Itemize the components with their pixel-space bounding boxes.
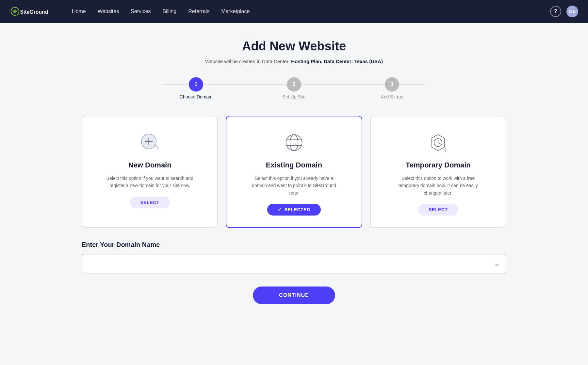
step-2-label: Set Up Site: [283, 94, 306, 99]
main-content: Add New Website Website will be created …: [65, 23, 523, 324]
temporary-domain-select-button[interactable]: SELECT: [418, 204, 458, 216]
svg-line-12: [438, 143, 440, 144]
continue-button-wrapper: CONTINUE: [78, 287, 510, 304]
existing-domain-card: Existing Domain Select this option if yo…: [226, 116, 362, 228]
nav-item-home[interactable]: Home: [72, 9, 86, 14]
new-domain-select-button[interactable]: SELECT: [130, 197, 170, 208]
nav-item-marketplace[interactable]: Marketplace: [221, 9, 250, 14]
existing-domain-selected-button[interactable]: ✓ SELECTED: [267, 204, 320, 216]
temporary-domain-card: Temporary Domain Select this option to w…: [370, 116, 506, 228]
step-3-circle: 3: [385, 77, 399, 92]
nav-right: ? DV: [550, 6, 578, 17]
domain-cards: New Domain Select this option if you wan…: [82, 116, 506, 228]
nav-item-services[interactable]: Services: [131, 9, 151, 14]
nav-item-referrals[interactable]: Referrals: [188, 9, 209, 14]
continue-button[interactable]: CONTINUE: [253, 287, 335, 304]
step-2-circle: 2: [287, 77, 301, 92]
step-1-circle: 1: [189, 77, 203, 92]
existing-domain-desc: Select this option if you already have a…: [248, 175, 340, 197]
step-2: 2 Set Up Site: [245, 77, 343, 99]
new-domain-title: New Domain: [128, 161, 172, 169]
logo[interactable]: SiteGround: [10, 5, 56, 18]
help-button[interactable]: ?: [550, 6, 561, 17]
existing-domain-icon: [281, 130, 307, 156]
checkmark-icon: ✓: [278, 207, 282, 212]
domain-input-wrapper: ⌄: [82, 254, 506, 273]
step-3: 3 Add Extras: [343, 77, 441, 99]
new-domain-desc: Select this option if you want to search…: [104, 175, 196, 189]
svg-text:SiteGround: SiteGround: [20, 9, 48, 15]
temporary-domain-icon: [425, 130, 451, 156]
new-domain-icon: [137, 130, 163, 156]
domain-input-section: Enter Your Domain Name ⌄: [82, 241, 506, 273]
existing-domain-title: Existing Domain: [266, 161, 322, 169]
new-domain-card: New Domain Select this option if you wan…: [82, 116, 218, 228]
nav-item-websites[interactable]: Websites: [98, 9, 119, 14]
domain-input-label: Enter Your Domain Name: [82, 241, 506, 249]
temporary-domain-title: Temporary Domain: [406, 161, 471, 169]
chevron-down-icon: ⌄: [494, 260, 499, 267]
user-avatar[interactable]: DV: [566, 6, 578, 17]
page-title: Add New Website: [78, 39, 510, 53]
step-1-label: Choose Domain: [180, 94, 212, 99]
domain-input[interactable]: [89, 261, 494, 267]
step-1: 1 Choose Domain: [147, 77, 245, 99]
navbar: SiteGround Home Websites Services Billin…: [0, 0, 588, 23]
nav-links: Home Websites Services Billing Referrals…: [72, 9, 250, 14]
step-3-label: Add Extras: [381, 94, 403, 99]
steps-container: 1 Choose Domain 2 Set Up Site 3 Add Extr…: [147, 77, 441, 99]
page-subtitle: Website will be created in Data Center: …: [78, 59, 510, 64]
temporary-domain-desc: Select this option to work with a free t…: [392, 175, 484, 197]
nav-item-billing[interactable]: Billing: [163, 9, 177, 14]
